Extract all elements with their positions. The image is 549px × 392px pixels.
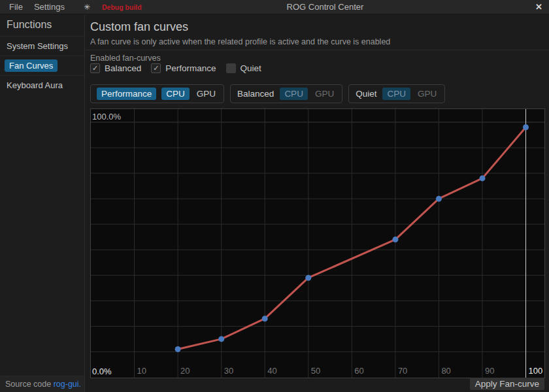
- tab-balanced-cpu[interactable]: CPU: [280, 88, 308, 100]
- tab-balanced-gpu[interactable]: GPU: [313, 88, 336, 100]
- tab-quiet-cpu[interactable]: CPU: [382, 88, 410, 100]
- profile-tab-row: Performance CPU GPU Balanced CPU GPU Qui…: [90, 84, 445, 103]
- sidebar: Functions System Settings Fan Curves Key…: [0, 15, 85, 376]
- tab-group-performance: Performance CPU GPU: [90, 84, 224, 103]
- checkbox-performance[interactable]: ✓ Performance: [151, 63, 216, 73]
- page-title: Custom fan curves: [90, 20, 188, 34]
- check-icon: ✓: [92, 64, 98, 73]
- fan-curve-chart[interactable]: 102030405060708090100100.0%0.0%: [90, 108, 545, 378]
- svg-text:100: 100: [529, 366, 543, 376]
- checkbox-performance-box[interactable]: ✓: [151, 63, 161, 73]
- tab-performance[interactable]: Performance: [97, 88, 156, 100]
- header-divider: [86, 50, 549, 50]
- svg-text:90: 90: [485, 366, 494, 376]
- tab-balanced[interactable]: Balanced: [237, 88, 274, 100]
- sidebar-item-system-settings[interactable]: System Settings: [0, 36, 84, 56]
- svg-text:30: 30: [224, 366, 233, 376]
- sidebar-header: Functions: [0, 15, 84, 36]
- close-icon[interactable]: ✕: [535, 0, 542, 14]
- svg-text:100.0%: 100.0%: [92, 112, 122, 122]
- checkbox-quiet-label: Quiet: [241, 63, 261, 73]
- enabled-checkbox-row: ✓ Balanced ✓ Performance Quiet: [90, 63, 261, 73]
- checkbox-balanced[interactable]: ✓ Balanced: [90, 63, 141, 73]
- rog-control-center-window: File Settings ✳ Debug build ROG Control …: [0, 0, 549, 392]
- checkbox-quiet[interactable]: Quiet: [226, 63, 261, 73]
- svg-text:50: 50: [311, 366, 320, 376]
- menu-settings[interactable]: Settings: [32, 2, 67, 12]
- tab-performance-cpu[interactable]: CPU: [161, 88, 190, 100]
- window-title: ROG Control Center: [101, 2, 549, 12]
- svg-text:40: 40: [267, 366, 276, 376]
- source-code-footer: Source code rog-gui.: [0, 376, 85, 392]
- tab-group-balanced: Balanced CPU GPU: [230, 84, 342, 103]
- titlebar: File Settings ✳ Debug build ROG Control …: [0, 0, 549, 14]
- source-code-text: Source code: [5, 380, 54, 389]
- checkbox-balanced-label: Balanced: [105, 63, 141, 73]
- menu-file[interactable]: File: [7, 2, 25, 12]
- tab-performance-gpu[interactable]: GPU: [195, 88, 218, 100]
- rog-gui-link[interactable]: rog-gui.: [54, 380, 81, 389]
- tab-group-quiet: Quiet CPU GPU: [348, 84, 445, 103]
- main-content: Custom fan curves A fan curve is only ac…: [86, 15, 549, 392]
- sidebar-item-keyboard-aura[interactable]: Keyboard Aura: [0, 75, 84, 95]
- checkbox-performance-label: Performance: [165, 63, 216, 73]
- checkbox-balanced-box[interactable]: ✓: [90, 63, 100, 73]
- svg-text:20: 20: [180, 366, 190, 376]
- fan-curve-plot[interactable]: 102030405060708090100100.0%0.0%: [91, 109, 544, 378]
- svg-text:80: 80: [441, 366, 450, 376]
- check-icon: ✓: [153, 64, 159, 73]
- apply-fan-curve-button[interactable]: Apply Fan-curve: [470, 378, 544, 390]
- svg-text:10: 10: [137, 366, 146, 376]
- enabled-fan-curves-label: Enabled fan-curves: [90, 54, 161, 63]
- svg-text:0.0%: 0.0%: [92, 367, 112, 376]
- tab-quiet-gpu[interactable]: GPU: [416, 88, 439, 100]
- page-subtitle: A fan curve is only active when the rela…: [90, 37, 390, 46]
- checkbox-quiet-box[interactable]: [226, 63, 236, 73]
- svg-text:70: 70: [398, 366, 407, 376]
- theme-toggle-icon[interactable]: ✳: [84, 3, 90, 12]
- sidebar-item-fan-curves-label: Fan Curves: [5, 59, 58, 72]
- svg-text:60: 60: [354, 366, 363, 376]
- tab-quiet[interactable]: Quiet: [355, 88, 377, 100]
- sidebar-item-fan-curves[interactable]: Fan Curves: [0, 56, 84, 75]
